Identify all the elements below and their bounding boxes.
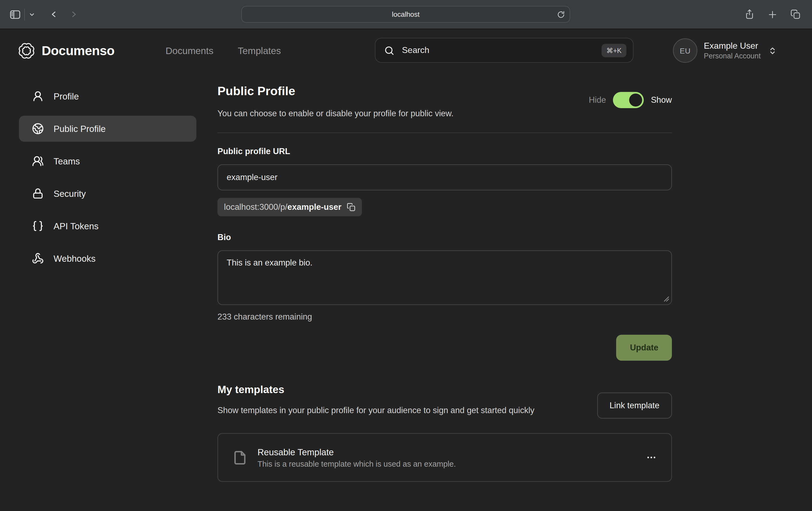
toggle-knob [629, 94, 642, 107]
account-name: Example User [704, 41, 761, 51]
bio-textarea[interactable]: This is an example bio. [218, 250, 672, 305]
sidebar-item-public-profile[interactable]: Public Profile [19, 116, 196, 142]
sidebar-item-label: API Tokens [54, 221, 98, 231]
search-bar[interactable]: ⌘+K [375, 38, 634, 63]
account-type: Personal Account [704, 52, 761, 60]
nav-documents[interactable]: Documents [166, 45, 213, 57]
webhook-icon [32, 252, 44, 264]
sidebar-item-label: Webhooks [54, 253, 95, 264]
profile-visibility-toggle[interactable] [613, 92, 644, 108]
address-bar[interactable]: localhost [241, 6, 570, 23]
copy-icon[interactable] [347, 203, 355, 211]
new-tab-icon[interactable] [767, 9, 777, 19]
chevron-down-icon[interactable] [29, 11, 35, 18]
profile-url-input[interactable] [218, 164, 672, 190]
browser-toolbar: localhost [0, 0, 812, 29]
sidebar-item-teams[interactable]: Teams [19, 148, 196, 174]
sidebar-item-label: Security [54, 188, 86, 199]
user-icon [32, 90, 44, 102]
update-button[interactable]: Update [616, 335, 672, 361]
profile-url-label: Public profile URL [218, 147, 672, 156]
forward-icon[interactable] [69, 10, 79, 19]
sidebar-item-label: Public Profile [54, 124, 106, 134]
template-description: This is a reusable template which is use… [258, 459, 456, 468]
sidebar-item-security[interactable]: Security [19, 181, 196, 207]
public-profile-settings: Public Profile Hide Show You can choose … [218, 84, 672, 482]
sidebar-item-api-tokens[interactable]: API Tokens [19, 213, 196, 239]
sidebar-item-label: Teams [54, 156, 80, 166]
template-card-text: Reusable Template This is a reusable tem… [258, 447, 456, 468]
toggle-hide-label: Hide [589, 95, 606, 105]
resize-grip[interactable] [664, 296, 669, 302]
my-templates-section: My templates Show templates in your publ… [218, 383, 672, 482]
sidebar-item-label: Profile [54, 91, 79, 101]
account-menu[interactable]: EU Example User Personal Account [673, 38, 777, 63]
back-icon[interactable] [49, 10, 58, 19]
main-nav: Documents Templates [166, 29, 281, 72]
link-template-button[interactable]: Link template [597, 393, 672, 419]
lock-icon [32, 188, 44, 200]
avatar: EU [673, 38, 697, 63]
ellipsis-icon[interactable] [646, 452, 657, 463]
globe-icon [32, 123, 44, 134]
chevrons-up-down-icon [768, 46, 777, 55]
search-icon [384, 45, 395, 55]
account-meta: Example User Personal Account [704, 41, 761, 60]
toolbar-divider [24, 8, 25, 20]
brand-name: Documenso [42, 43, 114, 58]
screen: localhost [0, 0, 812, 511]
nav-templates[interactable]: Templates [238, 45, 281, 57]
app-header: Documenso Documents Templates ⌘+K EU Exa… [0, 29, 812, 72]
visibility-toggle-group: Hide Show [589, 92, 672, 108]
profile-url-preview-chip[interactable]: localhost:3000/p/example-user [218, 198, 362, 216]
sidebar-item-webhooks[interactable]: Webhooks [19, 245, 196, 271]
tabs-icon[interactable] [790, 9, 801, 20]
page-subtitle: You can choose to enable or disable your… [218, 109, 672, 118]
search-shortcut-badge: ⌘+K [602, 43, 627, 57]
documenso-seal-icon [19, 43, 35, 59]
section-divider [218, 132, 672, 133]
users-icon [32, 155, 44, 167]
sidebar-item-profile[interactable]: Profile [19, 83, 196, 109]
brand[interactable]: Documenso [19, 43, 114, 59]
my-templates-description: Show templates in your public profile fo… [218, 403, 591, 417]
bio-label: Bio [218, 233, 672, 242]
sidebar-toggle-icon[interactable] [9, 8, 22, 21]
template-name: Reusable Template [258, 447, 456, 457]
documenso-app: Documenso Documents Templates ⌘+K EU Exa… [0, 29, 812, 511]
settings-sidebar: Profile Public Profile [19, 83, 196, 278]
file-icon [233, 449, 247, 467]
address-bar-url: localhost [392, 10, 420, 19]
search-input[interactable] [401, 45, 602, 56]
template-card: Reusable Template This is a reusable tem… [218, 433, 672, 482]
reload-icon[interactable] [557, 10, 565, 18]
share-icon[interactable] [744, 9, 755, 20]
toggle-show-label: Show [651, 95, 672, 105]
braces-icon [32, 220, 44, 232]
profile-url-preview: localhost:3000/p/example-user [224, 202, 341, 212]
characters-remaining: 233 characters remaining [218, 312, 672, 322]
